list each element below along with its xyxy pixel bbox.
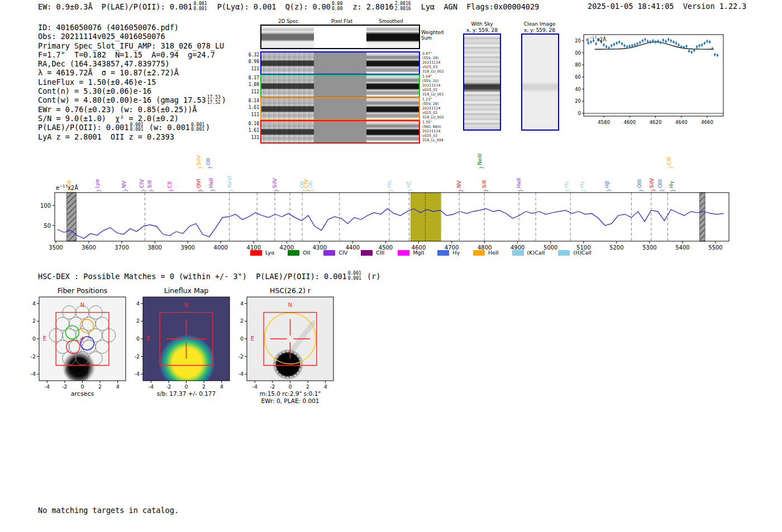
data-point xyxy=(623,45,626,47)
y-tick-label: 120 xyxy=(575,38,581,44)
x-tick-label: 4640 xyxy=(675,119,688,125)
info-line-11: P(LAE)/P(OII): 0.0010.0010.001 (w: 0.001… xyxy=(38,123,226,132)
x-tick-label: -2 xyxy=(62,384,67,390)
line-label-brace: { xyxy=(479,166,484,169)
cutout-pixel-flat-image xyxy=(314,75,366,97)
cutout-pixel-flat-image xyxy=(314,121,366,142)
cutout-right-label: (560, 860) xyxy=(422,124,444,129)
legend-label: OII xyxy=(303,250,310,256)
line-label-brace: { xyxy=(68,189,74,192)
cutout-smoothed-image xyxy=(366,121,419,142)
line-label: Lyα xyxy=(94,179,100,188)
x-tick-label: 2 xyxy=(98,384,102,390)
header-item-1-sub-0: 0.001 xyxy=(193,7,207,12)
cutout-row-3 xyxy=(260,120,420,143)
y-tick-label: -2 xyxy=(239,353,244,360)
y-tick-label: 0 xyxy=(578,111,581,116)
line-label-brace: { xyxy=(458,189,464,192)
y-tick-label: -4 xyxy=(31,371,36,377)
header-meta: 2025-01-05 18:41:05 Version 1.22.3 xyxy=(588,2,747,11)
legend-swatch xyxy=(512,250,524,256)
line-label-brace: { xyxy=(606,189,612,192)
fiber-xlabel: arcsecs xyxy=(71,390,94,397)
weighted-sum-label: Weighted Sum xyxy=(421,30,444,41)
legend-item-HeII: HeII xyxy=(473,250,499,256)
legend-item-MgII: MgII xyxy=(398,250,424,256)
legend-swatch xyxy=(473,250,485,256)
spectrum-plot-bg xyxy=(55,193,729,241)
header-sep xyxy=(457,2,466,11)
info-line-9: EWr = 0.76(±0.23) (w: 0.85(±0.25))Å xyxy=(38,105,226,114)
x-tick-label: 3700 xyxy=(115,245,128,251)
cutout-right-label: 1.35" xyxy=(422,120,444,124)
data-point xyxy=(667,39,670,41)
hsc-dex-stack-0: 0.0010.001 xyxy=(348,271,361,281)
hsc-caption-2: EWr: 0, PLAE: 0.001 xyxy=(261,397,319,404)
line-label-brace: { xyxy=(638,189,644,192)
header-summary: EW: 0.9±0.3Å P(LAE)/P(OII): 0.0010.0010.… xyxy=(38,2,539,11)
cutout-right-label: 318_LU_002 xyxy=(422,69,444,74)
header-sep xyxy=(276,2,285,11)
clean-image-title: Clean Image x, y: 559, 28 xyxy=(500,21,579,33)
fiber-positions-panel: Fiber Positions-4-4-2-2002244NEarcsecs xyxy=(22,285,134,406)
weighted-2d-spec-image xyxy=(261,26,314,48)
col-header-pixel-flat: Pixel Flat xyxy=(331,18,352,24)
x-tick-label: -2 xyxy=(166,384,171,390)
y-tick-label: 4 xyxy=(240,300,244,306)
full-spectrum-chart: 3500360037003800390040004100420043004400… xyxy=(34,143,748,255)
line-label: HeII xyxy=(208,178,214,188)
hsc-r-panel: HSC(26.2) r-4-4-2-2002244NEm:15.0 rc:2.9… xyxy=(230,285,342,406)
hsc-title: HSC(26.2) r xyxy=(270,286,311,295)
x-tick-label: 0 xyxy=(184,384,188,390)
line-label: NeIII xyxy=(476,154,483,165)
info-line-10: S/N = 9.0(±1.0) χ² = 2.0(±0.2) xyxy=(38,114,226,123)
header-item-3-sub-0: 0.00 xyxy=(332,7,342,12)
y-tick-label: 0 xyxy=(32,336,36,342)
x-tick-label: -4 xyxy=(149,384,154,390)
line-label-brace: { xyxy=(565,189,571,192)
header-item-3-text-0: Q(z): 0.00 xyxy=(285,2,331,11)
lineflux-title: Lineflux Map xyxy=(164,286,209,295)
data-point xyxy=(709,41,711,43)
data-point xyxy=(662,39,665,41)
cutout-right-label: 20211114 xyxy=(422,106,444,111)
data-point xyxy=(665,40,667,42)
cutout-right-label: 1.23" xyxy=(422,97,444,102)
clean-image-title-text: Clean Image xyxy=(500,21,579,27)
info-line-9-text-0: EWr = 0.76(±0.23) (w: 0.85(±0.25))Å xyxy=(38,105,197,114)
y-tick-label: 0 xyxy=(240,336,244,342)
x-tick-label: -4 xyxy=(45,384,50,390)
weighted-sum-label-line1: Weighted xyxy=(421,30,444,35)
spec2d-cutout-grid: 2D Spec Pixel Flat Smoothed Weighted Sum… xyxy=(248,18,483,147)
cutout-row-2 xyxy=(260,97,420,121)
cutout-right-label: v025_03 xyxy=(422,65,444,69)
line-label: SiII xyxy=(481,180,487,188)
data-point xyxy=(636,43,638,45)
data-point xyxy=(605,46,608,48)
y-tick-label: -4 xyxy=(135,371,140,377)
y-tick-label: 4 xyxy=(136,300,140,306)
line-label: CIII xyxy=(666,157,672,165)
y-tick-label: -2 xyxy=(135,353,140,360)
hsc-plot-image xyxy=(247,297,333,381)
cutout-left-label: 0.32 xyxy=(248,52,259,59)
line-label-brace: { xyxy=(659,189,665,192)
cutout-smoothed-image xyxy=(366,52,419,74)
cutout-right-label: 1.04" xyxy=(422,74,444,79)
legend-label: (K)CaII xyxy=(527,250,545,256)
cutout-2d-spec-image xyxy=(261,121,314,142)
header-item-1-stack-0: 0.0010.001 xyxy=(193,2,207,11)
data-point xyxy=(618,41,621,43)
line-label-brace: { xyxy=(198,189,203,192)
fiber-title: Fiber Positions xyxy=(58,286,108,295)
cutout-left-label: 131 xyxy=(248,135,259,141)
x-tick-label: 4620 xyxy=(650,119,662,125)
info-line-8-sub-0: 17.52 xyxy=(207,100,221,106)
header-item-1-text-0: P(LAE)/P(OII): 0.001 xyxy=(102,2,193,11)
header-sep xyxy=(435,2,444,11)
cutout-row-left-labels-2: 0.141.61111 xyxy=(248,98,259,118)
cutout-left-label: 0.10 xyxy=(248,121,259,127)
info-line-7: Cont(n) = 5.30(±0.06)e-16 xyxy=(38,87,226,95)
line-label: NV xyxy=(121,180,127,188)
cutout-row-right-labels-0: 0.47"(559, 28)20211114v025_03318_LU_002 xyxy=(422,51,444,74)
